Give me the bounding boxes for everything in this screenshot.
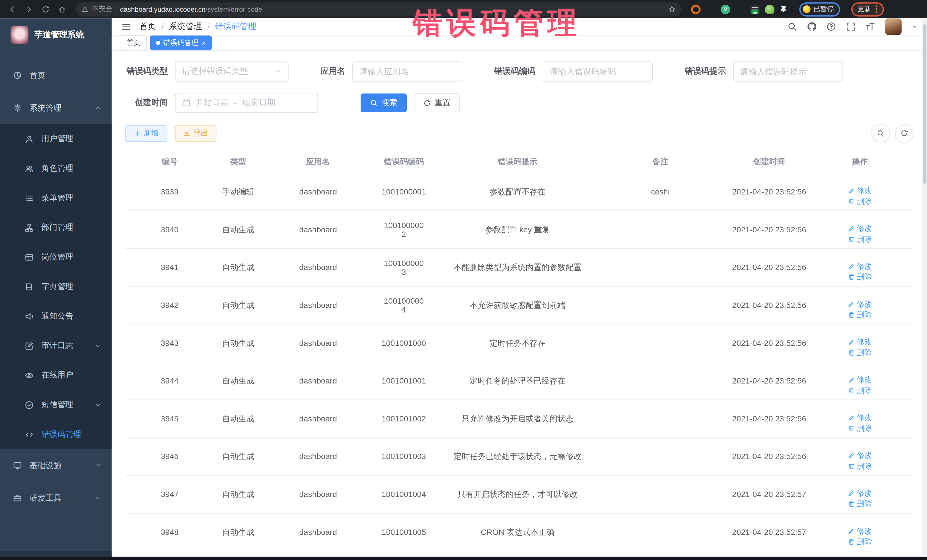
table-row: 3939 手动编辑 dashboard 1001000001 参数配置不存在 c… [125,173,913,211]
tag-home[interactable]: 首页 [121,35,147,50]
sidebar-item-岗位管理[interactable]: 岗位管理 [0,242,112,272]
extensions-puzzle-icon[interactable] [780,5,789,14]
delete-link[interactable]: 删除 [848,385,872,396]
edit-link[interactable]: 修改 [848,450,872,461]
add-button[interactable]: 新增 [125,125,167,141]
edit-link[interactable]: 修改 [848,186,872,196]
sidebar-item-字典管理[interactable]: 字典管理 [0,272,112,301]
edit-link[interactable]: 修改 [848,337,872,347]
sidebar-item-在线用户[interactable]: 在线用户 [0,360,112,390]
sidebar-item-审计日志[interactable]: 审计日志 [0,331,112,361]
browser-update-button[interactable]: 更新 [851,2,884,16]
extension-blue-grid-icon[interactable] [736,5,745,14]
toggle-search-button[interactable] [871,124,890,142]
edit-link[interactable]: 修改 [848,413,872,423]
app-name-label: 应用名 [320,66,345,77]
caret-down-icon[interactable] [912,24,918,30]
tag-error-code[interactable]: 错误码管理 × [150,35,212,50]
delete-link[interactable]: 删除 [848,423,872,434]
delete-link[interactable]: 删除 [848,234,872,244]
breadcrumb-home[interactable]: 首页 [140,21,156,32]
extension-on-badge: on [751,10,758,14]
fullscreen-icon[interactable] [846,22,856,31]
kebab-menu-icon[interactable] [875,8,877,10]
hamburger-icon[interactable] [121,22,131,32]
error-hint-input[interactable] [733,62,843,82]
sidebar-item-研发工具[interactable]: 研发工具 [0,482,112,514]
forward-icon[interactable] [23,3,36,16]
extension-blue-gem-icon[interactable] [706,5,715,14]
error-hint-label: 错误码提示 [685,66,726,77]
search-icon[interactable] [787,22,797,31]
sidebar-item-首页[interactable]: 首页 [0,59,112,91]
edit-link[interactable]: 修改 [848,261,872,272]
cell-time: 2021-04-20 23:52:56 [719,222,819,238]
scrollbar[interactable] [922,18,927,555]
font-size-icon[interactable] [865,22,875,31]
delete-link[interactable]: 删除 [848,272,872,282]
address-bar[interactable]: 不安全 dashboard.yudao.iocoder.cn/system/er… [76,2,682,16]
help-icon[interactable] [827,22,836,31]
sidebar-item-用户管理[interactable]: 用户管理 [0,124,112,154]
refresh-table-button[interactable] [895,124,913,142]
delete-link[interactable]: 删除 [848,348,872,358]
cell-remark [601,453,720,460]
extension-list-icon[interactable]: on [750,5,760,14]
sidebar-item-短信管理[interactable]: 短信管理 [0,390,112,420]
pencil-icon [848,263,855,270]
date-range-picker[interactable]: 开始日期 - 结束日期 [175,93,318,112]
sidebar-item-通知公告[interactable]: 通知公告 [0,301,112,331]
error-code-table: 编号 类型 应用名 错误码编码 错误码提示 备注 创建时间 操作 3939 手动… [125,151,913,551]
cell-type: 自动生成 [214,523,263,541]
delete-link[interactable]: 删除 [848,537,872,547]
cell-msg: 定时任务的处理器已经存在 [434,372,601,390]
cell-app: dashboard [263,373,374,389]
cell-code: 1001001001 [374,373,434,389]
app-name-input[interactable] [352,62,462,82]
delete-link[interactable]: 删除 [848,499,872,509]
divider [116,5,116,13]
cell-id: 3945 [125,411,214,427]
error-code-label: 错误码编码 [494,66,536,77]
edit-link[interactable]: 修改 [848,223,872,234]
profile-paused-chip[interactable]: 已暂停 [799,2,840,16]
search-button[interactable]: 搜索 [360,93,407,112]
sidebar-item-角色管理[interactable]: 角色管理 [0,154,112,183]
error-code-input[interactable] [543,62,653,82]
cell-msg: 只允许修改为开启或者关闭状态 [434,410,601,427]
error-type-select[interactable]: 请选择错误码类型 [175,62,289,82]
sidebar-item-菜单管理[interactable]: 菜单管理 [0,183,112,213]
cell-type: 自动生成 [214,410,263,427]
export-button[interactable]: 导出 [175,125,216,141]
sidebar-item-部门管理[interactable]: 部门管理 [0,213,112,242]
edit-link[interactable]: 修改 [848,299,872,310]
bookmark-star-icon[interactable] [668,5,676,13]
github-icon[interactable] [807,22,816,31]
edit-link[interactable]: 修改 [848,526,872,537]
edit-link[interactable]: 修改 [848,488,872,499]
extension-green-icon[interactable] [765,5,774,14]
scrollbar-thumb[interactable] [923,24,926,184]
extension-vue-devtools-icon[interactable] [721,5,730,14]
sidebar-item-系统管理[interactable]: 系统管理 [0,91,112,124]
tag-close-icon[interactable]: × [202,39,206,47]
users-icon [25,164,33,173]
delete-link[interactable]: 删除 [848,461,872,472]
extension-orange-ring-icon[interactable] [691,5,701,14]
app-logo-row[interactable]: 芋道管理系统 [0,18,112,51]
reload-icon[interactable] [39,3,52,16]
user-avatar[interactable] [885,18,902,35]
cell-time: 2021-04-20 23:52:56 [719,260,819,275]
sidebar-item-基础设施[interactable]: 基础设施 [0,449,112,482]
delete-link[interactable]: 删除 [848,196,872,207]
breadcrumb-system[interactable]: 系统管理 [169,21,202,32]
edit-link[interactable]: 修改 [848,375,872,385]
home-icon[interactable] [56,3,69,16]
sidebar-item-错误码管理[interactable]: 错误码管理 [0,420,112,449]
cell-remark [601,377,720,384]
download-icon [183,129,190,137]
table-row: 3945 自动生成 dashboard 1001001002 只允许修改为开启或… [125,400,913,438]
delete-link[interactable]: 删除 [848,310,872,320]
reset-button[interactable]: 重置 [414,93,460,112]
back-icon[interactable] [6,3,19,16]
